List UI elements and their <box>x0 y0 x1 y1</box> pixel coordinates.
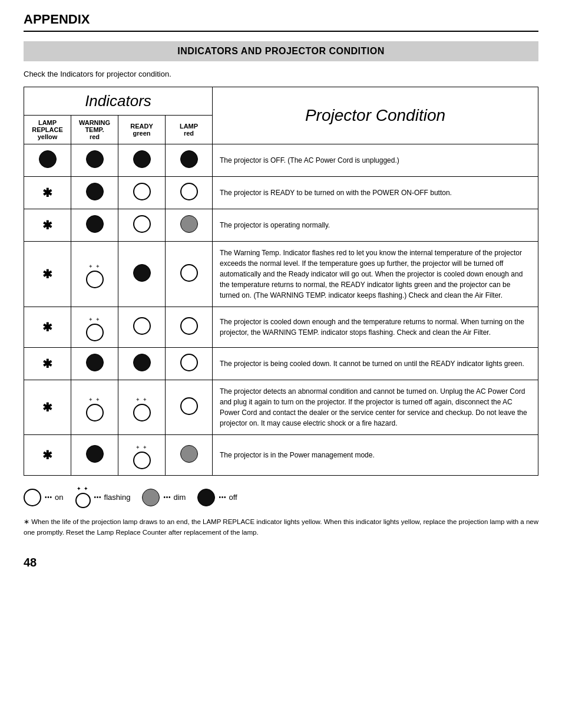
intro-text: Check the Indicators for projector condi… <box>24 70 538 78</box>
condition-text: The projector detects an abnormal condit… <box>213 380 538 435</box>
flash-icon: ✦ ✦ <box>86 317 104 341</box>
footnote: ∗ When the life of the projection lamp d… <box>24 516 538 538</box>
indicator-cell <box>118 144 166 177</box>
indicator-cell <box>166 242 213 307</box>
legend-on-label: on <box>55 493 63 502</box>
condition-text: The projector is cooled down enough and … <box>213 307 538 348</box>
indicator-cell: ✱ <box>24 209 71 242</box>
condition-text: The projector is being cooled down. It c… <box>213 348 538 380</box>
page-number: 48 <box>24 556 538 569</box>
on-circle <box>180 183 198 200</box>
indicator-cell <box>118 177 166 209</box>
condition-text: The projector is OFF. (The AC Power Cord… <box>213 144 538 177</box>
indicator-cell: ✱ <box>24 242 71 307</box>
dim-circle <box>180 445 198 463</box>
on-circle <box>180 397 198 415</box>
indicator-cell <box>71 435 118 476</box>
indicator-cell <box>71 209 118 242</box>
indicator-cell <box>71 348 118 380</box>
indicator-cell <box>166 380 213 435</box>
indicator-cell <box>166 435 213 476</box>
off-circle <box>39 150 57 168</box>
flash-icon: ✦ ✦ <box>133 397 151 421</box>
table-row: ✱ ✦ ✦ The projector is in the Power mana… <box>24 435 538 476</box>
table-row: ✱The projector is operating normally. <box>24 209 538 242</box>
indicator-cell <box>118 307 166 348</box>
table-row: ✱ ✦ ✦ The Warning Temp. Indicator flashe… <box>24 242 538 307</box>
indicators-table: Indicators Projector Condition LAMP REPL… <box>24 87 538 476</box>
flash-circle <box>133 404 151 421</box>
flash-icon: ✦ ✦ <box>133 445 151 469</box>
condition-text: The Warning Temp. Indicator flashes red … <box>213 242 538 307</box>
indicator-cell: ✦ ✦ <box>71 307 118 348</box>
flash-icon: ✦ ✦ <box>86 397 104 421</box>
indicator-cell: ✦ ✦ <box>71 242 118 307</box>
legend-off-icon <box>197 489 215 506</box>
legend-on-icon <box>24 489 41 506</box>
indicator-cell <box>166 144 213 177</box>
indicator-cell <box>166 209 213 242</box>
legend-on: • • • on <box>24 489 64 506</box>
col-lamp-replace: LAMP REPLACE yellow <box>24 116 71 144</box>
legend-off: • • • off <box>197 489 237 506</box>
off-circle <box>133 354 151 371</box>
off-circle <box>133 150 151 168</box>
indicator-cell: ✱ <box>24 435 71 476</box>
on-circle <box>180 354 198 371</box>
indicator-cell <box>71 144 118 177</box>
indicator-cell: ✱ <box>24 177 71 209</box>
on-circle <box>133 215 151 233</box>
condition-text: The projector is operating normally. <box>213 209 538 242</box>
legend-flash-icon: ✦ ✦ <box>75 486 91 508</box>
indicator-cell <box>118 209 166 242</box>
indicator-cell: ✦ ✦ <box>71 380 118 435</box>
legend-dim-label: dim <box>173 493 186 502</box>
indicator-cell: ✱ <box>24 348 71 380</box>
star-icon: ✱ <box>42 268 52 281</box>
indicator-cell <box>24 144 71 177</box>
section-header: INDICATORS AND PROJECTOR CONDITION <box>24 41 538 61</box>
off-circle <box>86 183 104 200</box>
indicator-cell: ✦ ✦ <box>118 380 166 435</box>
star-icon: ✱ <box>42 321 52 334</box>
indicator-cell <box>166 348 213 380</box>
condition-text: The projector is in the Power management… <box>213 435 538 476</box>
legend-dim: • • • dim <box>142 489 186 506</box>
indicator-cell <box>166 177 213 209</box>
on-circle <box>133 183 151 200</box>
indicator-cell: ✱ <box>24 380 71 435</box>
indicator-cell: ✦ ✦ <box>118 435 166 476</box>
legend-dim-icon <box>142 489 160 506</box>
indicator-cell <box>166 307 213 348</box>
star-icon: ✱ <box>42 219 52 232</box>
projector-condition-header: Projector Condition <box>213 87 538 144</box>
flash-icon: ✦ ✦ <box>86 264 104 288</box>
dim-circle <box>180 215 198 233</box>
star-icon: ✱ <box>42 449 52 462</box>
indicator-cell <box>118 348 166 380</box>
indicator-cell <box>118 242 166 307</box>
on-circle <box>133 317 151 335</box>
star-icon: ✱ <box>42 186 52 199</box>
on-circle <box>180 264 198 282</box>
flash-circle <box>133 452 151 469</box>
legend-row: • • • on ✦ ✦ • • • flashing • • • dim • … <box>24 486 538 508</box>
table-row: ✱The projector is being cooled down. It … <box>24 348 538 380</box>
table-row: ✱ ✦ ✦ ✦ ✦ The projector detects an abnor… <box>24 380 538 435</box>
off-circle <box>86 354 104 371</box>
off-circle <box>86 150 104 168</box>
on-circle <box>180 317 198 335</box>
legend-flashing: ✦ ✦ • • • flashing <box>75 486 131 508</box>
off-circle <box>86 445 104 463</box>
table-row: ✱The projector is READY to be turned on … <box>24 177 538 209</box>
flash-circle <box>86 271 104 288</box>
off-circle <box>180 150 198 168</box>
appendix-title: APPENDIX <box>24 12 538 32</box>
off-circle <box>133 264 151 282</box>
flash-circle <box>86 404 104 421</box>
legend-off-label: off <box>229 493 237 502</box>
indicators-header: Indicators <box>24 87 213 116</box>
condition-text: The projector is READY to be turned on w… <box>213 177 538 209</box>
star-icon: ✱ <box>42 357 52 370</box>
off-circle <box>86 215 104 233</box>
